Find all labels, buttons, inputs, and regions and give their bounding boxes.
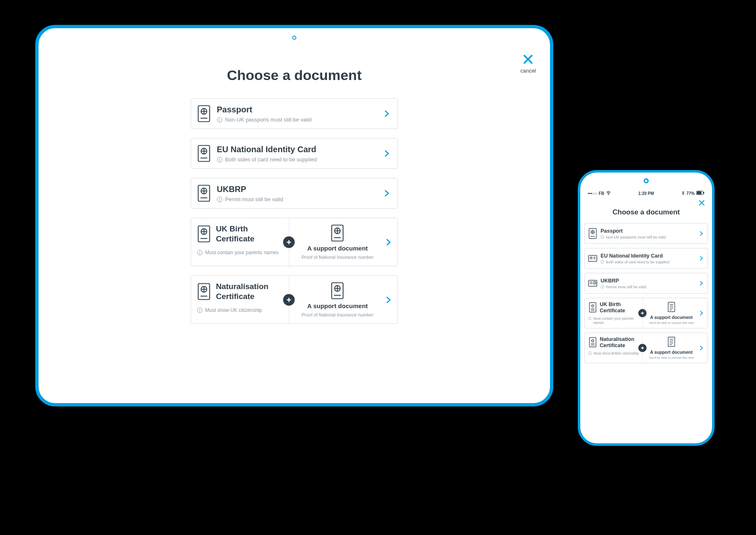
chevron-right-icon [384, 296, 393, 304]
permit-icon [588, 277, 597, 289]
support-title: A support document [650, 315, 693, 320]
battery-label: 77% [686, 191, 695, 196]
option-hint: Non-UK passports must still be valid [601, 235, 698, 239]
certificate-icon [197, 282, 211, 301]
option-passport[interactable]: Passport Non-UK passports must still be … [584, 223, 708, 244]
document-icon [667, 302, 676, 313]
document-icon [667, 336, 676, 348]
document-option-list: Passport Non-UK passports must still be … [191, 98, 398, 324]
clock-label: 1:20 PM [638, 191, 654, 196]
chevron-right-icon [698, 255, 704, 261]
chevron-right-icon [698, 310, 704, 316]
svg-rect-32 [703, 192, 704, 194]
passport-icon [197, 105, 211, 123]
option-left: Naturalisation Certificate Must show UK … [191, 276, 289, 323]
plus-icon [638, 309, 647, 317]
option-passport[interactable]: Passport Non-UK passports must still be … [191, 98, 398, 129]
passport-icon [588, 228, 597, 239]
option-title: UKBRP [601, 278, 698, 284]
option-hint: Non-UK passports must still be valid [217, 117, 383, 123]
option-naturalisation-certificate[interactable]: Naturalisation Certificate Must show UK … [191, 275, 398, 324]
chevron-right-icon [384, 238, 393, 246]
phone-screen: •••○○ FB 1:20 PM 77% Choose a document [584, 189, 709, 438]
support-sub: Proof of National Insurance number [301, 254, 373, 260]
option-title: EU National Identity Card [601, 253, 698, 259]
document-option-list: Passport Non-UK passports must still be … [584, 223, 709, 365]
certificate-icon [588, 302, 597, 314]
certificate-icon [197, 225, 211, 243]
svg-rect-31 [697, 192, 702, 195]
carrier-label: FB [599, 191, 604, 196]
option-right: A support document You'll be able to cho… [643, 298, 708, 328]
support-sub: You'll be able to choose this next [649, 356, 694, 360]
page-title: Choose a document [584, 208, 709, 216]
option-ukbrp[interactable]: UKBRP Permit must still be valid [584, 273, 708, 294]
chevron-right-icon [698, 231, 704, 236]
wifi-icon [606, 191, 611, 196]
option-title: EU National Identity Card [217, 144, 383, 155]
option-hint: Both sides of card need to be supplied [601, 260, 698, 264]
document-icon [330, 282, 344, 300]
page-title: Choose a document [227, 67, 362, 83]
option-hint: Both sides of card need to be supplied [217, 156, 383, 163]
option-left: Naturalisation Certificate Must show Bri… [585, 333, 643, 363]
option-eu-id-card[interactable]: EU National Identity Card Both sides of … [191, 138, 398, 169]
option-hint: Permit must still be valid [217, 196, 383, 202]
support-sub: You'll be able to choose this next [649, 321, 694, 325]
cancel-label: cancel [520, 68, 536, 74]
option-uk-birth-certificate[interactable]: UK Birth Certificate Must contain your p… [584, 298, 708, 328]
option-title: UKBRP [217, 184, 383, 195]
option-title: Naturalisation Certificate [216, 282, 284, 302]
cancel-button[interactable]: cancel [520, 53, 536, 74]
option-hint: Must contain your parents names [588, 316, 639, 325]
svg-point-29 [608, 194, 609, 195]
option-right: A support document Proof of National Ins… [289, 276, 398, 323]
support-title: A support document [650, 350, 693, 355]
document-icon [330, 224, 344, 242]
battery-icon [696, 191, 705, 196]
plus-icon [283, 294, 295, 306]
plus-icon [638, 344, 647, 352]
option-right: A support document Proof of National Ins… [289, 218, 398, 266]
option-naturalisation-certificate[interactable]: Naturalisation Certificate Must show Bri… [584, 333, 708, 363]
bluetooth-icon [681, 191, 685, 196]
chevron-right-icon [383, 189, 391, 197]
option-title: Passport [217, 105, 383, 115]
option-eu-id-card[interactable]: EU National Identity Card Both sides of … [584, 248, 708, 269]
option-ukbrp[interactable]: UKBRP Permit must still be valid [191, 178, 398, 209]
tablet-device: cancel Choose a document Passport Non-UK… [35, 25, 553, 406]
status-bar: •••○○ FB 1:20 PM 77% [584, 189, 709, 197]
option-title: UK Birth Certificate [216, 224, 284, 244]
plus-icon [283, 236, 295, 248]
option-hint: Must show British citizenship [588, 351, 639, 355]
chevron-right-icon [698, 345, 704, 351]
cancel-button[interactable] [698, 199, 708, 209]
close-icon [522, 53, 534, 67]
option-uk-birth-certificate[interactable]: UK Birth Certificate Must contain your p… [191, 218, 398, 266]
support-title: A support document [307, 302, 368, 310]
phone-camera [644, 178, 649, 183]
chevron-right-icon [698, 280, 704, 286]
option-hint: Permit must still be valid [601, 285, 698, 289]
phone-device: •••○○ FB 1:20 PM 77% Choose a document [578, 170, 715, 446]
certificate-icon [588, 337, 597, 348]
option-title: Passport [601, 228, 698, 234]
id-card-icon [588, 253, 597, 264]
option-hint: Must contain your parents names [197, 250, 279, 255]
signal-icon: •••○○ [588, 191, 597, 196]
option-title: UK Birth Certificate [600, 302, 639, 314]
option-right: A support document You'll be able to cho… [643, 333, 708, 363]
option-title: Naturalisation Certificate [600, 336, 639, 349]
chevron-right-icon [383, 109, 391, 118]
support-sub: Proof of National Insurance number [301, 312, 373, 318]
option-hint: Must show UK citizenship [197, 307, 262, 313]
tablet-camera [292, 36, 296, 40]
option-left: UK Birth Certificate Must contain your p… [191, 218, 289, 266]
permit-icon [197, 184, 211, 202]
option-left: UK Birth Certificate Must contain your p… [585, 298, 643, 328]
chevron-right-icon [383, 149, 391, 158]
tablet-screen: cancel Choose a document Passport Non-UK… [39, 49, 550, 403]
support-title: A support document [307, 245, 368, 253]
id-card-icon [197, 144, 211, 163]
